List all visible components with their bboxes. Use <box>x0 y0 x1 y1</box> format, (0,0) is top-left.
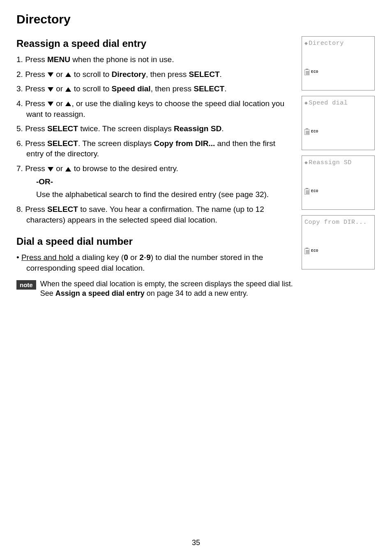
eco-label: ECO <box>311 130 318 134</box>
alpha-search-text: Use the alphabetical search to find the … <box>36 189 294 200</box>
lcd-line1: ◆Directory <box>304 40 372 47</box>
step4-text-a: Press <box>25 99 47 108</box>
battery-icon <box>304 248 309 254</box>
lcd-status-row: ECO <box>304 188 318 195</box>
step-4: Press or , or use the dialing keys to ch… <box>16 98 294 119</box>
lcd-screen-directory: ◆Directory ECO <box>302 36 375 91</box>
lcd-text: Reassign SD <box>309 159 352 166</box>
bullet-text-c: or <box>128 253 139 262</box>
nine-label: 9 <box>146 253 151 262</box>
lcd-text: Directory <box>309 40 344 47</box>
zero-label: 0 <box>124 253 128 262</box>
note-line2b: on page 34 to add a new entry. <box>145 289 248 297</box>
lcd-line1: Copy from DIR... <box>304 219 372 226</box>
step3-text-e: . <box>224 84 226 93</box>
page-number: 35 <box>0 538 392 547</box>
up-arrow-icon <box>65 87 71 92</box>
lcd-line1: ◆Speed dial <box>304 100 372 107</box>
left-column: Reassign a speed dial entry Press MENU w… <box>16 35 294 298</box>
step2-text-b: or <box>54 70 65 79</box>
lcd-text: Copy from DIR... <box>304 219 367 226</box>
directory-label: Directory <box>112 70 146 79</box>
step6-text-a: Press <box>25 139 47 148</box>
eco-label: ECO <box>311 189 318 193</box>
note-line1: When the speed dial location is empty, t… <box>40 280 293 288</box>
step5-text-b: twice. The screen displays <box>78 124 174 133</box>
step8-text-a: Press <box>25 205 47 214</box>
lcd-status-row: ECO <box>304 128 318 135</box>
right-column: ◆Directory ECO ◆Speed dial ECO ◆Reassign… <box>302 35 376 275</box>
step4-text-b: or <box>54 99 65 108</box>
select-label: SELECT <box>47 139 78 148</box>
lcd-status-row: ECO <box>304 248 318 254</box>
step2-text-c: to scroll to <box>71 70 111 79</box>
scroll-indicator-icon: ◆ <box>304 41 308 46</box>
step7-text-a: Press <box>25 164 47 173</box>
note-badge: note <box>16 280 36 290</box>
page-title: Directory <box>16 12 376 26</box>
step5-text-c: . <box>221 124 224 133</box>
select-label: SELECT <box>194 84 224 93</box>
content-row: Reassign a speed dial entry Press MENU w… <box>16 35 376 298</box>
section-dial-title: Dial a speed dial number <box>16 236 294 247</box>
assign-speed-dial-label: Assign a speed dial entry <box>55 289 145 297</box>
step2-text-a: Press <box>25 70 47 79</box>
section-reassign-title: Reassign a speed dial entry <box>16 38 294 49</box>
scroll-indicator-icon: ◆ <box>304 100 308 106</box>
lcd-text: Speed dial <box>309 100 348 107</box>
or-label: -OR- <box>36 176 294 187</box>
down-arrow-icon <box>48 72 53 77</box>
bullet-text-b: a dialing key ( <box>74 253 124 262</box>
copy-from-dir-label: Copy from DIR... <box>154 139 215 148</box>
up-arrow-icon <box>65 102 71 106</box>
step2-text-d: , then press <box>146 70 189 79</box>
step6-text-b: . The screen displays <box>78 139 154 148</box>
two-label: 2 <box>139 253 144 262</box>
scroll-indicator-icon: ◆ <box>304 160 308 165</box>
step1-text-b: when the phone is not in use. <box>70 55 174 64</box>
step3-text-a: Press <box>25 84 47 93</box>
speed-dial-label: Speed dial <box>112 84 151 93</box>
note-block: note When the speed dial location is emp… <box>16 279 294 299</box>
step-5: Press SELECT twice. The screen displays … <box>16 123 294 134</box>
menu-label: MENU <box>47 55 70 64</box>
step1-text-a: Press <box>25 55 47 64</box>
reassign-sd-label: Reassign SD <box>174 124 221 133</box>
lcd-line1: ◆Reassign SD <box>304 159 372 166</box>
step-8: Press SELECT to save. You hear a confirm… <box>16 204 294 225</box>
dial-bullet-1: Press and hold a dialing key (0 or 2-9) … <box>16 252 294 273</box>
up-arrow-icon <box>65 167 71 172</box>
step-2: Press or to scroll to Directory, then pr… <box>16 69 294 80</box>
down-arrow-icon <box>48 167 53 172</box>
step-7: Press or to browse to the desired entry.… <box>16 163 294 200</box>
reassign-steps: Press MENU when the phone is not in use.… <box>16 54 294 225</box>
step3-text-b: or <box>54 84 65 93</box>
lcd-screen-speed-dial: ◆Speed dial ECO <box>302 96 375 150</box>
note-text: When the speed dial location is empty, t… <box>40 279 293 299</box>
select-label: SELECT <box>47 124 78 133</box>
battery-icon <box>304 128 309 135</box>
lcd-screen-reassign-sd: ◆Reassign SD ECO <box>302 155 375 210</box>
step2-text-e: . <box>220 70 222 79</box>
step3-text-d: , then press <box>151 84 194 93</box>
battery-icon <box>304 69 309 75</box>
battery-icon <box>304 188 309 195</box>
step7-text-c: to browse to the desired entry. <box>71 164 178 173</box>
up-arrow-icon <box>65 72 71 77</box>
lcd-screen-copy-from-dir: Copy from DIR... ECO <box>302 215 375 269</box>
press-and-hold: Press and hold <box>21 253 74 262</box>
step5-text-a: Press <box>25 124 47 133</box>
down-arrow-icon <box>48 87 53 92</box>
step-3: Press or to scroll to Speed dial, then p… <box>16 84 294 94</box>
step-6: Press SELECT. The screen displays Copy f… <box>16 138 294 159</box>
select-label: SELECT <box>189 70 220 79</box>
eco-label: ECO <box>311 70 318 74</box>
down-arrow-icon <box>48 102 53 106</box>
note-line2a: See <box>40 289 55 297</box>
select-label: SELECT <box>47 205 78 214</box>
step-1: Press MENU when the phone is not in use. <box>16 54 294 65</box>
step7-text-b: or <box>54 164 65 173</box>
step3-text-c: to scroll to <box>71 84 111 93</box>
dial-bullets: Press and hold a dialing key (0 or 2-9) … <box>16 252 294 273</box>
eco-label: ECO <box>311 249 318 253</box>
